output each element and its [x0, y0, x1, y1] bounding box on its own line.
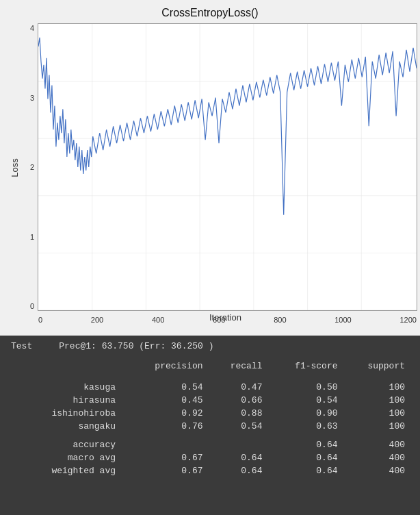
x-ticks: 0 200 400 600 800 1000 1200	[38, 316, 417, 324]
col-header-f1: f1-score	[266, 360, 341, 375]
metrics-cell: 0.54	[124, 381, 207, 394]
metrics-row: sangaku0.760.540.63100	[11, 420, 409, 433]
metrics-summary-cell: 0.64	[266, 438, 341, 451]
metrics-cell: sangaku	[11, 420, 124, 433]
metrics-summary-cell	[207, 438, 267, 451]
metrics-summary-cell: macro avg	[11, 451, 124, 464]
metrics-cell: 0.88	[207, 407, 267, 420]
metrics-summary-cell: weighted avg	[11, 464, 124, 477]
chart-area: 4 3 2 1 0 0 200 400 600 800 1000 1200	[38, 23, 417, 311]
metrics-summary-row: macro avg0.670.640.64400	[11, 451, 409, 464]
metrics-header-row: precision recall f1-score support	[11, 360, 409, 375]
metrics-summary-cell: 0.67	[124, 451, 207, 464]
metrics-summary-cell: 0.67	[124, 464, 207, 477]
metrics-summary-cell: 0.64	[207, 464, 267, 477]
metrics-cell: 100	[342, 381, 410, 394]
metrics-row: kasuga0.540.470.50100	[11, 381, 409, 394]
metrics-cell: 0.45	[124, 394, 207, 407]
metrics-table: precision recall f1-score support kasuga…	[11, 360, 409, 477]
metrics-cell: 0.63	[266, 420, 341, 433]
metrics-cell: 0.66	[207, 394, 267, 407]
metrics-cell: 0.76	[124, 420, 207, 433]
chart-title: CrossEntropyLoss()	[7, 7, 413, 19]
metrics-row: hirasuna0.450.660.54100	[11, 394, 409, 407]
metrics-cell: 0.54	[207, 420, 267, 433]
metrics-cell: hirasuna	[11, 394, 124, 407]
spacer-1	[11, 375, 409, 381]
metrics-summary-cell: 0.64	[266, 464, 341, 477]
metrics-summary-cell: accuracy	[11, 438, 124, 451]
metrics-summary-cell: 400	[342, 438, 410, 451]
metrics-summary-row: weighted avg0.670.640.64400	[11, 464, 409, 477]
col-header-recall: recall	[207, 360, 267, 375]
metrics-summary-row: accuracy0.64400	[11, 438, 409, 451]
metrics-summary-cell: 400	[342, 464, 410, 477]
test-line: Test Prec@1: 63.750 (Err: 36.250 )	[11, 341, 409, 351]
test-value: Prec@1: 63.750 (Err: 36.250 )	[59, 341, 213, 351]
metrics-cell: 100	[342, 407, 410, 420]
metrics-cell: 0.50	[266, 381, 341, 394]
info-section: Test Prec@1: 63.750 (Err: 36.250 ) preci…	[0, 336, 420, 483]
metrics-cell: 0.92	[124, 407, 207, 420]
chart-container: CrossEntropyLoss() Loss 4 3 2 1 0 0 200 …	[0, 0, 420, 336]
col-header-name	[11, 360, 124, 375]
metrics-cell: 0.47	[207, 381, 267, 394]
metrics-cell: kasuga	[11, 381, 124, 394]
col-header-precision: precision	[124, 360, 207, 375]
metrics-cell: 100	[342, 394, 410, 407]
y-ticks: 4 3 2 1 0	[12, 24, 34, 310]
test-label: Test	[11, 341, 32, 351]
loss-svg	[38, 24, 417, 310]
metrics-cell: 0.54	[266, 394, 341, 407]
metrics-summary-cell: 0.64	[207, 451, 267, 464]
metrics-row: ishinohiroba0.920.880.90100	[11, 407, 409, 420]
spacer-2	[11, 433, 409, 438]
col-header-support: support	[342, 360, 410, 375]
metrics-summary-cell	[124, 438, 207, 451]
metrics-cell: 0.90	[266, 407, 341, 420]
metrics-cell: 100	[342, 420, 410, 433]
metrics-summary-cell: 0.64	[266, 451, 341, 464]
metrics-summary-cell: 400	[342, 451, 410, 464]
metrics-cell: ishinohiroba	[11, 407, 124, 420]
